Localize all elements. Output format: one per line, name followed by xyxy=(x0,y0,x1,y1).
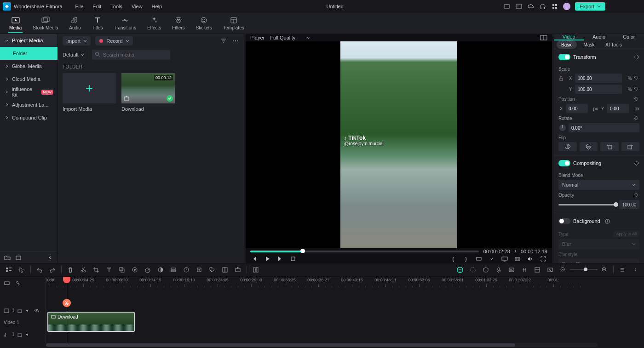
tree-influence-kit[interactable]: Influence KitNEW xyxy=(0,86,58,98)
subtab-basic[interactable]: Basic xyxy=(557,40,577,49)
play-icon[interactable] xyxy=(263,255,271,263)
speed-icon[interactable] xyxy=(144,266,152,274)
clock-icon[interactable] xyxy=(182,266,190,274)
undo-icon[interactable] xyxy=(35,266,44,274)
tab-titles[interactable]: Titles xyxy=(86,14,109,32)
tree-cloud-media[interactable]: Cloud Media xyxy=(0,73,58,86)
add-to-timeline-icon[interactable] xyxy=(123,95,130,102)
timeline-clip[interactable]: Download xyxy=(47,312,135,332)
list-icon[interactable] xyxy=(618,266,627,274)
stop-icon[interactable] xyxy=(289,255,297,263)
scrub-bar[interactable] xyxy=(250,251,479,252)
new-folder-icon[interactable] xyxy=(4,254,11,261)
tab-templates[interactable]: Templates xyxy=(218,14,250,32)
quality-dropdown[interactable]: Full Quality xyxy=(270,35,310,40)
shield-icon[interactable] xyxy=(482,266,490,274)
mic-icon[interactable] xyxy=(494,266,503,274)
select-tool-icon[interactable] xyxy=(17,266,26,274)
mute-track-icon[interactable] xyxy=(26,308,31,313)
timeline-ruler[interactable]: :00:0000:00:04:2500:00:09:2000:00:14:150… xyxy=(46,277,644,290)
color-icon[interactable] xyxy=(156,266,165,274)
expand-icon[interactable] xyxy=(195,266,203,274)
export-frame-icon[interactable] xyxy=(234,266,242,274)
compare-icon[interactable] xyxy=(540,34,547,41)
minimize-icon[interactable] xyxy=(610,3,617,10)
maximize-icon[interactable] xyxy=(622,3,629,10)
import-button[interactable]: Import xyxy=(63,36,91,46)
toggle-ruler-icon[interactable] xyxy=(4,280,10,286)
tree-global-media[interactable]: Global Media xyxy=(0,60,58,73)
bg-type-dropdown[interactable]: Blur xyxy=(558,239,639,249)
tab-effects[interactable]: Effects xyxy=(142,14,167,32)
apps-icon[interactable] xyxy=(551,3,558,10)
display-icon[interactable] xyxy=(500,255,509,263)
track-tool-icon[interactable] xyxy=(169,266,178,274)
keyframe-icon[interactable] xyxy=(634,86,639,92)
keyframe-icon[interactable] xyxy=(634,54,639,60)
link-icon[interactable] xyxy=(15,280,21,286)
mute-track-icon[interactable] xyxy=(26,332,31,337)
tree-folder[interactable]: Folder xyxy=(0,47,58,60)
tab-video[interactable]: Video xyxy=(554,34,584,40)
video-track-header[interactable]: 1 xyxy=(0,302,46,319)
sort-dropdown[interactable]: Default xyxy=(63,50,88,59)
copy-icon[interactable] xyxy=(118,266,126,274)
keyframe-icon[interactable] xyxy=(634,193,639,198)
menu-view[interactable]: View xyxy=(127,4,147,9)
add-track-icon[interactable] xyxy=(17,308,23,313)
pos-y-input[interactable]: 0.00 xyxy=(607,104,629,113)
tree-compound-clip[interactable]: Compound Clip xyxy=(0,111,58,124)
opacity-slider[interactable] xyxy=(558,204,616,205)
zoom-in-icon[interactable] xyxy=(600,266,609,274)
cut-icon[interactable] xyxy=(63,299,71,307)
compositing-toggle[interactable] xyxy=(558,160,570,166)
apply-all-button[interactable]: Apply to All xyxy=(613,231,639,237)
tree-adjustment-layer[interactable]: Adjustment La... xyxy=(0,98,58,111)
search-input[interactable] xyxy=(92,50,170,60)
bg-style-dropdown[interactable]: Basic Blur xyxy=(558,259,639,263)
collapse-panel-icon[interactable] xyxy=(46,254,54,261)
record-button[interactable]: Record xyxy=(95,36,132,46)
new-bin-icon[interactable] xyxy=(15,254,22,261)
redo-icon[interactable] xyxy=(48,266,57,274)
mark-out-icon[interactable]: } xyxy=(462,255,470,263)
crop-icon[interactable] xyxy=(92,266,100,274)
timeline-tracks[interactable]: :00:0000:00:04:2500:00:09:2000:00:14:150… xyxy=(46,277,644,343)
keyframe-icon[interactable] xyxy=(634,160,639,166)
delete-icon[interactable] xyxy=(66,266,75,274)
filter-icon[interactable] xyxy=(220,37,227,45)
close-icon[interactable] xyxy=(634,3,641,10)
prev-frame-icon[interactable] xyxy=(250,255,259,263)
pos-x-input[interactable]: 0.00 xyxy=(566,104,588,113)
transform-toggle[interactable] xyxy=(558,54,570,60)
aspect-chev-icon[interactable] xyxy=(488,255,496,263)
info-icon[interactable]: i xyxy=(604,217,611,225)
smiley-icon[interactable] xyxy=(456,266,464,274)
subtab-ai-tools[interactable]: AI Tools xyxy=(601,40,626,49)
volume-icon[interactable] xyxy=(526,255,535,263)
rotate-dial[interactable] xyxy=(558,124,567,132)
import-media-tile[interactable]: + Import Media xyxy=(63,73,116,112)
zoom-slider[interactable] xyxy=(570,269,598,270)
subtab-mask[interactable]: Mask xyxy=(579,40,599,49)
template-icon[interactable] xyxy=(533,266,541,274)
tab-filters[interactable]: Filters xyxy=(167,14,190,32)
keyframe-icon[interactable] xyxy=(634,75,639,81)
mark-in-icon[interactable]: { xyxy=(449,255,457,263)
flip-vertical-button[interactable] xyxy=(580,142,598,151)
headphones-icon[interactable] xyxy=(539,3,546,10)
rotate-ccw-button[interactable] xyxy=(600,142,619,151)
opacity-input[interactable]: 100.00 xyxy=(619,200,639,209)
scale-x-input[interactable]: 100.00 xyxy=(575,74,622,83)
fullscreen-icon[interactable] xyxy=(539,255,547,263)
tree-project-media[interactable]: Project Media xyxy=(0,34,58,47)
list-opts-icon[interactable] xyxy=(631,266,639,274)
tab-stickers[interactable]: Stickers xyxy=(190,14,218,32)
keyframe-icon[interactable] xyxy=(634,97,639,102)
split-icon[interactable] xyxy=(79,266,87,274)
scale-y-input[interactable]: 100.00 xyxy=(575,85,622,94)
menu-edit[interactable]: Edit xyxy=(88,4,106,9)
keyframe-icon[interactable] xyxy=(634,116,639,121)
tab-color[interactable]: Color xyxy=(614,34,644,40)
export-button[interactable]: Export xyxy=(575,2,605,11)
